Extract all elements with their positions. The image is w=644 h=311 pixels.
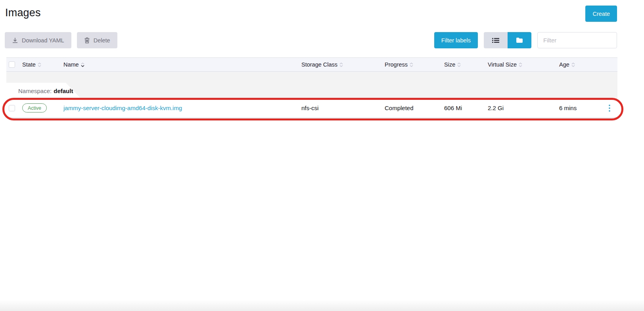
- column-header-size[interactable]: Size: [444, 61, 488, 68]
- column-header-virtual-size[interactable]: Virtual Size: [488, 61, 559, 68]
- kebab-menu-icon[interactable]: [604, 102, 615, 114]
- column-label: Storage Class: [301, 61, 337, 68]
- namespace-label: Namespace:: [18, 88, 52, 94]
- sort-carets-icon: [571, 63, 575, 67]
- sort-carets-icon: [38, 63, 41, 67]
- column-header-name[interactable]: Name: [63, 61, 301, 68]
- column-header-state[interactable]: State: [22, 61, 63, 68]
- state-cell: Active: [22, 103, 63, 113]
- images-table: State Name Storage Class: [6, 57, 617, 118]
- create-button[interactable]: Create: [585, 6, 617, 22]
- column-label: Virtual Size: [488, 61, 517, 68]
- filter-toolbar: Filter labels: [434, 32, 617, 48]
- sort-carets-icon: [410, 63, 413, 67]
- namespace-group-band: Namespace: default: [6, 72, 617, 99]
- sort-carets-icon: [339, 63, 343, 67]
- bulk-actions: Download YAML Delete: [5, 32, 117, 48]
- delete-button[interactable]: Delete: [77, 32, 117, 48]
- namespace-value: default: [54, 88, 73, 94]
- column-label: Age: [559, 61, 569, 68]
- filter-input[interactable]: [537, 32, 617, 48]
- filter-labels-button[interactable]: Filter labels: [434, 32, 478, 48]
- row-checkbox[interactable]: [9, 105, 15, 111]
- list-view-icon: [492, 37, 499, 44]
- folder-view-button[interactable]: [508, 32, 531, 48]
- column-label: Progress: [385, 61, 408, 68]
- download-yaml-label: Download YAML: [22, 37, 64, 44]
- namespace-group-tab: Namespace: default: [6, 83, 81, 99]
- select-all-checkbox[interactable]: [9, 61, 15, 68]
- folder-view-icon: [516, 37, 523, 43]
- download-yaml-button[interactable]: Download YAML: [5, 32, 71, 48]
- status-badge: Active: [22, 103, 47, 113]
- download-icon: [12, 37, 18, 44]
- sort-carets-icon: [81, 63, 84, 67]
- delete-label: Delete: [94, 37, 110, 44]
- progress-cell: Completed: [385, 105, 444, 111]
- sort-carets-icon: [457, 63, 461, 67]
- virtual-size-cell: 2.2 Gi: [488, 105, 559, 111]
- list-view-button[interactable]: [484, 32, 508, 48]
- column-label: Size: [444, 61, 455, 68]
- column-label: Name: [63, 61, 79, 68]
- trash-icon: [84, 37, 90, 44]
- age-cell: 6 mins: [559, 105, 603, 111]
- name-cell: jammy-server-cloudimg-amd64-disk-kvm.img: [63, 105, 301, 111]
- storage-class-cell: nfs-csi: [301, 105, 385, 111]
- page-title: Images: [5, 7, 41, 19]
- size-cell: 606 Mi: [444, 105, 488, 111]
- column-header-storage-class[interactable]: Storage Class: [301, 61, 385, 68]
- view-toggle: [484, 32, 531, 48]
- row-select-cell: [6, 105, 22, 111]
- table-header-row: State Name Storage Class: [6, 57, 617, 72]
- select-all-cell: [6, 61, 22, 68]
- sort-carets-icon: [519, 63, 522, 67]
- table-row: Active jammy-server-cloudimg-amd64-disk-…: [6, 99, 617, 118]
- column-label: State: [22, 61, 36, 68]
- bottom-fade-strip: [0, 300, 644, 311]
- column-header-progress[interactable]: Progress: [385, 61, 444, 68]
- images-page: Images Create Download YAML Delete Filte…: [0, 0, 644, 311]
- row-actions-cell: [603, 102, 617, 114]
- image-name-link[interactable]: jammy-server-cloudimg-amd64-disk-kvm.img: [63, 105, 182, 111]
- column-header-age[interactable]: Age: [559, 61, 603, 68]
